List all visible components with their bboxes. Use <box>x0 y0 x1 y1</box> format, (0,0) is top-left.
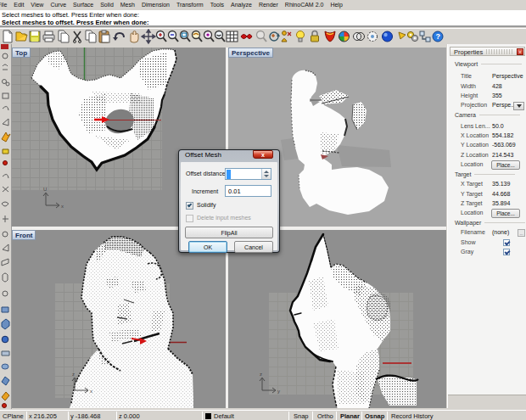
svg-text:x: x <box>61 204 64 209</box>
svg-text:z: z <box>72 372 75 377</box>
svg-text:z: z <box>260 372 262 377</box>
svg-text:y: y <box>277 389 280 394</box>
svg-text:x: x <box>90 389 92 394</box>
svg-text:?: ? <box>436 32 441 41</box>
svg-text:U: U <box>43 187 47 192</box>
